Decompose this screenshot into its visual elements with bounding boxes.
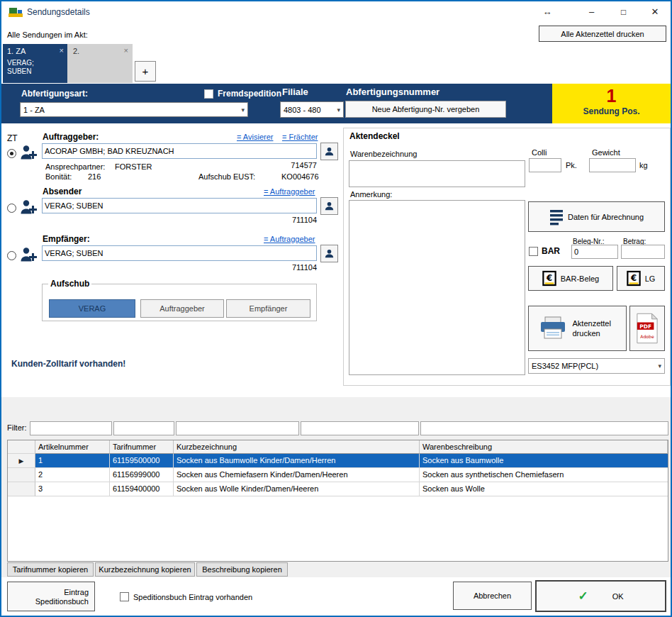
column-header-warenbeschreibung[interactable]: Warenbeschreibung <box>420 440 668 454</box>
cell-warenbeschreibung[interactable]: Socken aus synthetischen Chemiefasern <box>420 468 668 482</box>
empfaenger-input[interactable] <box>42 245 317 261</box>
person-icon <box>324 201 335 211</box>
aufschub-eust-value: KO004676 <box>281 172 317 181</box>
cell-warenbeschreibung[interactable]: Socken aus Wolle <box>420 482 668 496</box>
person-icon <box>324 248 335 259</box>
cancel-button[interactable]: Abbrechen <box>453 582 532 610</box>
resize-icon[interactable]: ↔ <box>534 1 560 23</box>
tab2-title: 2. <box>73 47 79 55</box>
bar-checkbox[interactable] <box>529 247 538 256</box>
fremdspedition-label: Fremdspedition <box>218 89 281 99</box>
row-selector-cell[interactable] <box>8 468 35 482</box>
filiale-value: 4803 - 480 <box>284 106 321 114</box>
cell-tarifnummer[interactable]: 61156999000 <box>110 468 174 482</box>
warenbezeichnung-input[interactable] <box>349 160 525 187</box>
column-header-kurzbezeichnung[interactable]: Kurzbezeichnung <box>174 440 420 454</box>
neue-abfertigungsnummer-button[interactable]: Neue Abfertigung-Nr. vergeben <box>345 101 506 118</box>
cell-tarifnummer[interactable]: 61159500000 <box>110 454 174 468</box>
dispatch-band: Abfertigungsart: Fremdspedition 1 - ZA F… <box>1 84 671 123</box>
aufschub-verag-button[interactable]: VERAG <box>49 299 135 318</box>
row-selector-arrow[interactable]: ▶ <box>8 454 35 468</box>
svg-text:€: € <box>630 273 637 283</box>
lg-button[interactable]: € LG <box>617 266 665 291</box>
cell-kurzbezeichnung[interactable]: Socken aus Chemiefasern Kinder/Damen/Hee… <box>174 468 420 482</box>
ansprechpartner-value: FORSTER <box>115 162 152 171</box>
ok-button[interactable]: ✓ OK <box>535 580 666 612</box>
printer-select[interactable]: ES3452 MFP(PCL) <box>528 358 665 374</box>
cell-warenbeschreibung[interactable]: Socken aus Baumwolle <box>420 454 668 468</box>
absender-lookup-button[interactable] <box>320 197 338 215</box>
table-row[interactable]: ▶ 1 61159500000 Socken aus Baumwolle Kin… <box>8 454 668 468</box>
cell-artikelnummer[interactable]: 2 <box>35 468 110 482</box>
gewicht-label: Gewicht <box>592 148 620 157</box>
empfaenger-label: Empfänger: <box>43 234 90 244</box>
tab1-close-icon[interactable]: × <box>60 46 64 55</box>
svg-text:PDF: PDF <box>639 323 651 330</box>
bar-beleg-button[interactable]: € BAR-Beleg <box>528 266 613 291</box>
maximize-button[interactable]: □ <box>607 1 639 23</box>
cell-artikelnummer[interactable]: 1 <box>35 454 110 468</box>
auftraggeber-input[interactable] <box>42 143 317 159</box>
filter-input-4[interactable] <box>301 421 419 435</box>
cell-tarifnummer[interactable]: 61159400000 <box>110 482 174 496</box>
tab-shipment-2[interactable]: 2. × <box>67 44 133 83</box>
tab-shipment-1[interactable]: 1. ZA × VERAG; SUBEN <box>3 44 67 83</box>
pdf-export-button[interactable]: PDF Adobe <box>629 306 665 351</box>
printer-icon <box>539 316 567 340</box>
absender-input[interactable] <box>42 198 317 213</box>
cell-kurzbezeichnung[interactable]: Socken aus Wolle Kinder/Damen/Heeren <box>174 482 420 496</box>
add-person-icon[interactable] <box>20 246 37 263</box>
betrag-input[interactable] <box>621 245 665 259</box>
print-all-aktenzettel-button[interactable]: Alle Aktenzettel drucken <box>539 26 666 42</box>
filter-input-2[interactable] <box>113 421 174 435</box>
column-header-tarifnummer[interactable]: Tarifnummer <box>110 440 174 454</box>
add-person-icon[interactable] <box>20 144 37 161</box>
fraechter-link[interactable]: = Frächter <box>282 133 318 141</box>
cell-kurzbezeichnung[interactable]: Socken aus Baumwolle Kinder/Damen/Herren <box>174 454 420 468</box>
copy-tarifnummer-button[interactable]: Tarifnummer kopieren <box>7 562 94 577</box>
fremdspedition-checkbox[interactable] <box>204 89 213 99</box>
anmerkung-textarea[interactable] <box>349 200 525 375</box>
tab2-close-icon[interactable]: × <box>124 46 128 55</box>
colli-input[interactable] <box>529 158 561 172</box>
table-row[interactable]: 3 61159400000 Socken aus Wolle Kinder/Da… <box>8 482 668 496</box>
auftraggeber-radio[interactable] <box>7 149 16 158</box>
copy-kurzbezeichnung-button[interactable]: Kurzbezeichnung kopieren <box>95 562 195 577</box>
column-header-artikelnummer[interactable]: Artikelnummer <box>35 440 110 454</box>
empfaenger-radio[interactable] <box>7 251 16 260</box>
header-selector-cell <box>8 440 35 454</box>
daten-fuer-abrechnung-button[interactable]: Daten für Abrechnung <box>528 201 665 232</box>
close-button[interactable]: ✕ <box>639 1 671 23</box>
svg-text:€: € <box>546 273 552 283</box>
aktenzettel-drucken-button[interactable]: Aktenzettel drucken <box>528 306 627 351</box>
aufschub-auftraggeber-button[interactable]: Auftraggeber <box>140 299 224 318</box>
eintrag-speditionsbuch-button[interactable]: Eintrag Speditionsbuch <box>7 582 95 611</box>
absender-auftraggeber-link[interactable]: = Auftraggeber <box>264 187 315 196</box>
filter-input-5[interactable] <box>420 421 668 435</box>
sendung-position-panel: 1 Sendung Pos. <box>552 84 671 123</box>
abfertigungsart-select[interactable]: 1 - ZA <box>20 102 248 117</box>
beleg-nr-input[interactable] <box>571 245 618 259</box>
cell-artikelnummer[interactable]: 3 <box>35 482 110 496</box>
table-row[interactable]: 2 61156999000 Socken aus Chemiefasern Ki… <box>8 468 668 482</box>
akt-label: Alle Sendungen im Akt: <box>7 30 88 39</box>
speditionsbuch-checkbox[interactable] <box>120 592 129 601</box>
empfaenger-number: 711104 <box>285 263 317 272</box>
avisierer-link[interactable]: = Avisierer <box>237 133 273 141</box>
row-selector-cell[interactable] <box>8 482 35 496</box>
copy-beschreibung-button[interactable]: Beschreibung kopieren <box>196 562 288 577</box>
minimize-button[interactable]: – <box>576 1 607 23</box>
empfaenger-lookup-button[interactable] <box>320 245 338 262</box>
window-title: Sendungsdetails <box>27 7 90 17</box>
auftraggeber-lookup-button[interactable] <box>320 143 338 160</box>
add-tab-button[interactable]: + <box>135 61 156 82</box>
filiale-select[interactable]: 4803 - 480 <box>280 101 344 118</box>
aufschub-empfaenger-button[interactable]: Empfänger <box>226 299 310 318</box>
filter-input-3[interactable] <box>176 421 299 435</box>
person-icon <box>324 146 335 157</box>
add-person-icon[interactable] <box>20 199 37 216</box>
filter-input-1[interactable] <box>30 421 112 435</box>
empfaenger-auftraggeber-link[interactable]: = Auftraggeber <box>264 235 315 243</box>
absender-radio[interactable] <box>7 204 16 213</box>
gewicht-input[interactable] <box>589 158 636 172</box>
